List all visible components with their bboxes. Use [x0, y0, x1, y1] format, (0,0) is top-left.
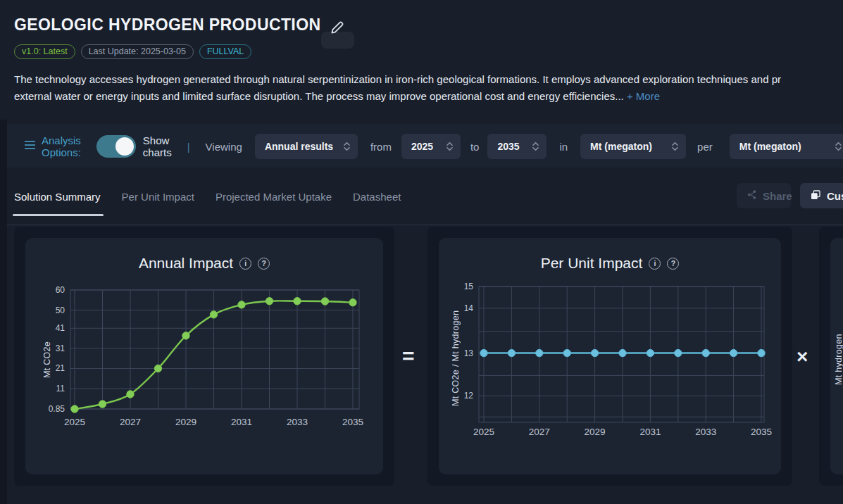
svg-text:2033: 2033 — [287, 417, 308, 427]
share-button[interactable]: Share — [737, 183, 791, 208]
svg-text:11: 11 — [56, 384, 65, 393]
tab-bar: Solution Summary Per Unit Impact Project… — [14, 180, 401, 214]
svg-text:13: 13 — [464, 348, 474, 358]
per-unit-select[interactable]: Mt (megaton) — [730, 134, 843, 159]
in-label: in — [559, 141, 568, 153]
chevrons-up-down-icon — [671, 141, 679, 152]
third-chart-card-partial: Mt hydrogen — [819, 227, 843, 486]
last-update-badge: Last Update: 2025-03-05 — [81, 44, 194, 59]
per-unit-impact-card: Per Unit Impact i ? Mt CO2e / Mt hydroge… — [427, 227, 792, 486]
tab-projected-market-uptake[interactable]: Projected Market Uptake — [216, 191, 332, 204]
page: { "header": { "title": "GEOLOGIC HYDROGE… — [0, 0, 843, 504]
annual-impact-chart: 0.85112131415060202520272029203120332035 — [25, 238, 383, 474]
svg-text:2025: 2025 — [64, 417, 85, 427]
page-title: GEOLOGIC HYDROGEN PRODUCTION — [14, 15, 320, 34]
show-charts-toggle[interactable] — [96, 135, 136, 158]
svg-text:15: 15 — [464, 282, 474, 291]
per-unit-impact-panel: Per Unit Impact i ? Mt CO2e / Mt hydroge… — [439, 238, 781, 474]
annual-impact-panel: Annual Impact i ? Mt CO2e 0.851121314150… — [25, 238, 383, 474]
to-year-select[interactable]: 2035 — [487, 134, 547, 159]
svg-text:2029: 2029 — [175, 417, 196, 427]
hamburger-icon — [24, 140, 36, 153]
tab-solution-summary[interactable]: Solution Summary — [14, 191, 101, 204]
chevrons-up-down-icon — [446, 141, 454, 152]
svg-text:12: 12 — [464, 391, 474, 401]
analysis-options-bar: Analysis Options: Show charts | Viewing … — [7, 127, 843, 166]
svg-text:2027: 2027 — [120, 417, 141, 427]
third-chart-panel: Mt hydrogen — [830, 238, 843, 474]
analysis-options-label: Analysis Options: — [42, 134, 81, 158]
per-unit-impact-chart: 15141312202520272029203120332035 — [439, 238, 781, 474]
description: The technology accesses hydrogen generat… — [14, 71, 781, 105]
description-line-2: external water or energy inputs and limi… — [14, 88, 781, 105]
to-label: to — [470, 141, 480, 153]
version-badge: v1.0: Latest — [14, 44, 75, 59]
svg-text:41: 41 — [56, 323, 65, 333]
unit-select[interactable]: Mt (megaton) — [580, 134, 686, 159]
tab-per-unit-impact[interactable]: Per Unit Impact — [122, 191, 194, 204]
active-tab-underline — [13, 214, 104, 216]
chevrons-up-down-icon — [343, 141, 351, 152]
svg-text:2029: 2029 — [585, 427, 606, 437]
svg-text:2031: 2031 — [231, 417, 252, 427]
toggle-knob — [115, 137, 134, 156]
pencil-icon — [330, 20, 344, 38]
equals-operator: = — [402, 344, 415, 368]
third-chart-y-axis-label: Mt hydrogen — [834, 321, 843, 398]
from-year-select[interactable]: 2025 — [401, 134, 461, 159]
viewing-label: Viewing — [206, 141, 242, 153]
more-link[interactable]: + More — [627, 90, 660, 102]
svg-text:14: 14 — [464, 303, 474, 313]
svg-text:2027: 2027 — [529, 427, 550, 437]
svg-text:31: 31 — [56, 344, 65, 353]
annual-impact-card: Annual Impact i ? Mt CO2e 0.851121314150… — [14, 227, 394, 486]
svg-text:2033: 2033 — [695, 427, 716, 437]
svg-text:0.85: 0.85 — [49, 404, 65, 414]
from-label: from — [370, 141, 392, 153]
description-line-1: The technology accesses hydrogen generat… — [14, 71, 781, 88]
svg-text:2035: 2035 — [751, 427, 772, 437]
copy-icon — [810, 189, 821, 203]
fullval-badge: FULLVAL — [199, 44, 251, 59]
per-label: per — [697, 141, 713, 153]
viewing-select[interactable]: Annual results — [255, 134, 358, 159]
svg-text:50: 50 — [56, 305, 65, 315]
edit-title-button[interactable] — [327, 19, 346, 39]
share-icon — [747, 189, 757, 202]
svg-text:2025: 2025 — [473, 427, 494, 437]
badge-row: v1.0: Latest Last Update: 2025-03-05 FUL… — [14, 44, 251, 59]
svg-text:2031: 2031 — [639, 427, 661, 437]
svg-text:2035: 2035 — [342, 417, 363, 427]
chevrons-up-down-icon — [532, 141, 539, 152]
tab-bar-divider — [7, 225, 843, 225]
svg-text:21: 21 — [56, 363, 65, 373]
svg-text:60: 60 — [56, 285, 65, 295]
left-edge-strip — [0, 120, 7, 504]
show-charts-label: Show charts — [143, 134, 172, 158]
multiply-operator: × — [797, 346, 808, 368]
customize-button[interactable]: Customize — [800, 183, 843, 208]
tab-datasheet[interactable]: Datasheet — [353, 191, 401, 204]
separator: | — [187, 141, 190, 153]
chevrons-up-down-icon — [835, 141, 842, 152]
